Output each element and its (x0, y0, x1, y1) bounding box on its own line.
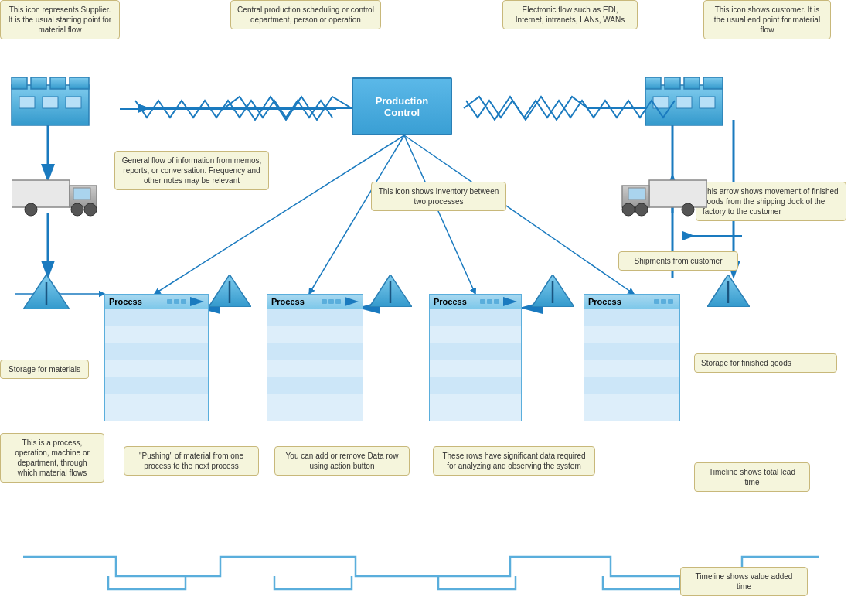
svg-rect-57 (174, 299, 179, 304)
svg-rect-34 (12, 180, 70, 207)
svg-point-45 (682, 203, 694, 216)
supplier-callout: This icon represents Supplier. It is the… (0, 0, 120, 39)
svg-rect-19 (12, 77, 27, 89)
production-control-label: Production Control (365, 95, 439, 118)
supplier-factory (8, 70, 93, 128)
inventory-triangle-0 (23, 275, 70, 309)
arrow-movement-callout: This arrow shows movement of finished go… (696, 182, 846, 221)
process-box-3: Process (429, 294, 522, 421)
svg-rect-20 (31, 77, 46, 89)
lightning-right (454, 97, 694, 121)
lightning-left (120, 97, 352, 121)
supplier-truck (12, 176, 100, 217)
process-box-2: Process (267, 294, 363, 421)
customer-callout: This icon shows customer. It is the usua… (703, 0, 831, 39)
svg-rect-33 (700, 97, 715, 108)
svg-rect-28 (665, 77, 680, 89)
svg-marker-67 (503, 297, 517, 306)
svg-rect-23 (19, 97, 35, 108)
process-header-1: Process (105, 295, 208, 309)
inventory-triangle-1 (209, 275, 251, 307)
svg-point-44 (635, 203, 648, 216)
timeline-value-callout: Timeline shows value added time (680, 567, 808, 596)
inventory-triangle-4 (707, 275, 750, 307)
timeline-total-callout: Timeline shows total lead time (694, 462, 810, 492)
pushing-callout: "Pushing" of material from one process t… (124, 446, 259, 476)
process-desc-callout: This is a process, operation, machine or… (0, 433, 104, 483)
process-label-2: Process (271, 297, 305, 306)
inventory-triangle-2 (369, 275, 412, 307)
svg-point-38 (71, 203, 83, 216)
electronic-flow-callout: Electronic flow such as EDI, Internet, i… (502, 0, 638, 29)
data-rows-callout: You can add or remove Data row using act… (274, 446, 410, 476)
prod-scheduling-callout: Central production scheduling or control… (230, 0, 381, 29)
svg-rect-40 (649, 180, 707, 207)
svg-rect-64 (480, 299, 485, 304)
process-icons-1 (167, 297, 204, 306)
customer-truck (618, 176, 707, 217)
process-box-1: Process (104, 294, 209, 421)
process-box-4: Process (584, 294, 680, 421)
svg-line-4 (309, 135, 404, 294)
svg-rect-68 (654, 299, 659, 304)
process-label-1: Process (109, 297, 142, 306)
svg-rect-62 (335, 299, 341, 304)
svg-rect-61 (328, 299, 334, 304)
svg-line-6 (404, 135, 634, 294)
storage-finished-callout: Storage for finished goods (694, 353, 837, 373)
svg-rect-30 (703, 77, 723, 89)
svg-rect-27 (645, 77, 661, 89)
svg-point-39 (84, 203, 97, 216)
svg-point-43 (622, 203, 635, 216)
svg-rect-22 (70, 77, 89, 89)
svg-rect-70 (668, 299, 673, 304)
significant-data-callout: These rows have significant data require… (433, 446, 595, 476)
inventory-triangle-3 (532, 275, 574, 307)
process-label-3: Process (434, 297, 467, 306)
svg-rect-60 (322, 299, 327, 304)
svg-rect-42 (628, 188, 645, 200)
svg-rect-58 (181, 299, 186, 304)
svg-rect-66 (494, 299, 499, 304)
svg-rect-25 (66, 97, 81, 108)
svg-rect-56 (167, 299, 172, 304)
process-header-3: Process (430, 295, 521, 309)
svg-marker-63 (345, 297, 359, 306)
process-header-2: Process (267, 295, 363, 309)
process-header-4: Process (584, 295, 679, 309)
svg-rect-24 (43, 97, 58, 108)
svg-marker-59 (190, 297, 204, 306)
svg-rect-69 (661, 299, 666, 304)
production-control-box: Production Control (352, 77, 452, 135)
shipments-callout: Shipments from customer (618, 251, 738, 271)
storage-materials-callout: Storage for materials (0, 360, 89, 379)
svg-rect-29 (684, 77, 700, 89)
svg-line-5 (404, 135, 475, 294)
svg-rect-21 (50, 77, 66, 89)
svg-point-37 (25, 203, 37, 216)
svg-rect-36 (73, 188, 90, 200)
info-flow-callout: General flow of information from memos, … (114, 151, 269, 190)
inventory-callout: This icon shows Inventory between two pr… (371, 182, 506, 211)
svg-rect-65 (487, 299, 492, 304)
process-label-4: Process (588, 297, 621, 306)
